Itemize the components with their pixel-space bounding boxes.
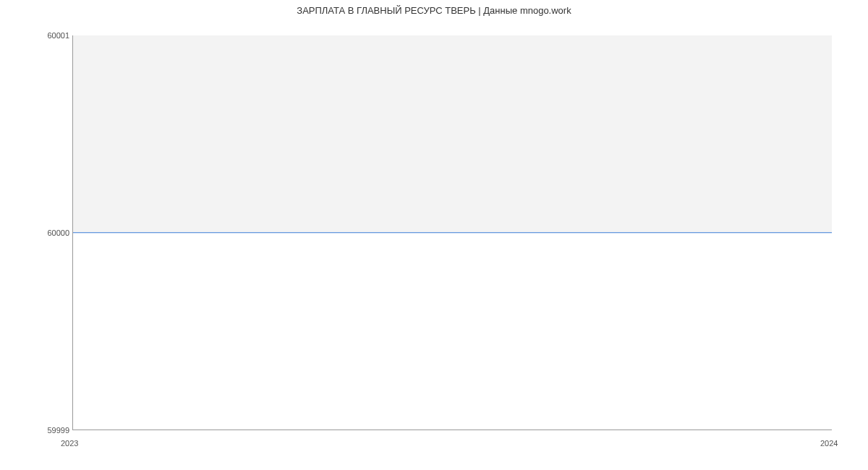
data-line [73, 232, 832, 234]
x-tick-label: 2023 [61, 439, 78, 448]
plot-area [72, 35, 832, 430]
chart-title: ЗАРПЛАТА В ГЛАВНЫЙ РЕСУРС ТВЕРЬ | Данные… [0, 5, 868, 16]
y-tick-label: 60000 [47, 228, 69, 237]
x-tick-label: 2024 [820, 439, 838, 448]
y-tick-label: 60001 [47, 31, 69, 40]
y-tick-label: 59999 [47, 426, 69, 435]
grid-band [73, 35, 832, 233]
